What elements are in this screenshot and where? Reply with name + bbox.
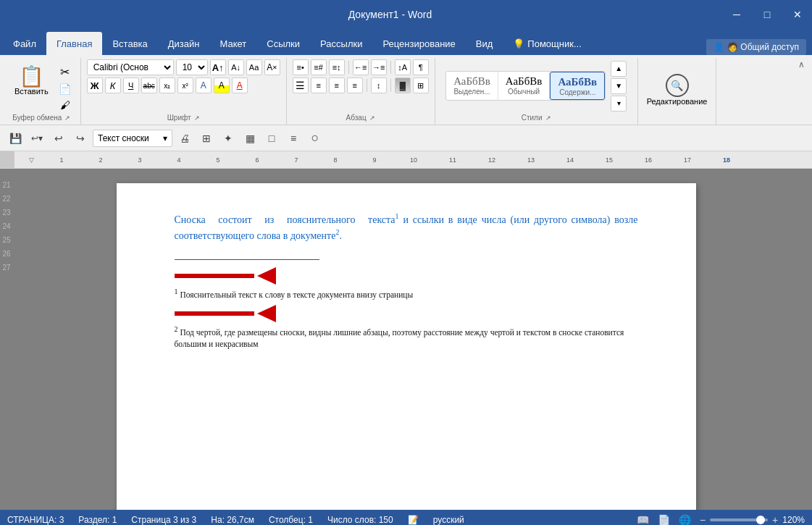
tab-assistant[interactable]: 💡 Помощник... (503, 32, 591, 55)
font-size-select[interactable]: 10 (176, 59, 208, 75)
sort-button[interactable]: ↕A (395, 59, 411, 75)
strikethrough-button[interactable]: abc (141, 77, 157, 93)
font-color-button[interactable]: А (232, 77, 248, 93)
ribbon-collapse-button[interactable]: ∧ (794, 58, 809, 125)
ribbon: 📋 Вставить ✂ 📄 🖌 Буфер обмена ↗ Calibri … (0, 55, 812, 125)
tab-view[interactable]: Вид (466, 32, 503, 55)
read-view-button[interactable]: 📖 (637, 514, 649, 525)
zoom-out-button[interactable]: − (700, 514, 706, 525)
highlight-button[interactable]: А (214, 77, 230, 93)
underline-button[interactable]: Ч (123, 77, 139, 93)
style-heading[interactable]: АаБбВв Содержи... (550, 72, 605, 100)
styles-scroll-down[interactable]: ▼ (611, 78, 627, 94)
tab-home[interactable]: Главная (46, 32, 102, 55)
search-icon: 🔍 (666, 74, 689, 97)
border-button[interactable]: ⊞ (413, 77, 429, 93)
document-area: 21 22 23 24 25 26 27 Сноска состоит из п… (0, 169, 812, 510)
style-selected[interactable]: АаБбВв Выделен... (446, 72, 498, 100)
web-view-button[interactable]: 🌐 (679, 514, 691, 525)
insert-chart-button[interactable]: ✦ (219, 129, 238, 148)
subscript-button[interactable]: x₂ (159, 77, 175, 93)
ruler-16: 16 (629, 156, 668, 164)
numbered-list-button[interactable]: ≡# (311, 59, 327, 75)
circle-button[interactable]: ○ (306, 129, 325, 148)
para-row1: ≡• ≡# ≡↕ ←≡ →≡ ↕A ¶ (293, 59, 429, 75)
align-center-button[interactable]: ≡ (311, 77, 327, 93)
borders-qa-button[interactable]: □ (262, 129, 281, 148)
format-painter-button[interactable]: 🖌 (56, 98, 75, 112)
cut-button[interactable]: ✂ (56, 64, 75, 80)
undo-button[interactable]: ↩ (49, 129, 68, 148)
multilevel-list-button[interactable]: ≡↕ (329, 59, 345, 75)
italic-button[interactable]: К (105, 77, 121, 93)
arrow-left-1 (175, 269, 276, 283)
show-marks-button[interactable]: ¶ (413, 59, 429, 75)
justify-button[interactable]: ≡ (347, 77, 363, 93)
dropdown-chevron: ▾ (163, 133, 167, 143)
tab-review[interactable]: Рецензирование (372, 32, 465, 55)
clipboard-label: Буфер обмена ↗ (9, 112, 75, 123)
ribbon-tabs: Файл Главная Вставка Дизайн Макет Ссылки… (0, 29, 812, 55)
styles-scroll-up[interactable]: ▲ (611, 61, 627, 77)
tab-mailings[interactable]: Рассылки (310, 32, 372, 55)
document-page[interactable]: Сноска состоит из пояснительного текста1… (117, 183, 696, 510)
print-view-button[interactable]: 📄 (658, 514, 670, 525)
styles-expand[interactable]: ▾ (611, 96, 627, 112)
style-normal[interactable]: АаБбВв Обычный (498, 72, 551, 100)
align-left-button[interactable]: ☰ (293, 77, 309, 93)
increase-indent-button[interactable]: →≡ (371, 59, 387, 75)
restore-button[interactable]: □ (753, 0, 782, 29)
change-case-button[interactable]: Аа (246, 59, 262, 75)
search-button[interactable]: 🔍 Редактирование (644, 71, 711, 109)
para-row2: ☰ ≡ ≡ ≡ ↕ ▓ ⊞ (293, 77, 429, 93)
font-name-select[interactable]: Calibri (Основ (87, 59, 174, 75)
tab-layout[interactable]: Макет (209, 32, 256, 55)
bullet-list-button[interactable]: ≡• (293, 59, 309, 75)
zoom-thumb[interactable] (756, 516, 765, 524)
bullets-qa-button[interactable]: ≡ (284, 129, 303, 148)
style-preview-heading: АаБбВв (558, 75, 597, 88)
tab-file[interactable]: Файл (3, 32, 46, 55)
text-effect-button[interactable]: A (196, 77, 212, 93)
align-right-button[interactable]: ≡ (329, 77, 345, 93)
tab-references[interactable]: Ссылки (256, 32, 310, 55)
undo-dropdown-button[interactable]: ↩▾ (28, 129, 46, 148)
font-shrink-button[interactable]: A↓ (228, 59, 244, 75)
spell-check-icon[interactable]: 📝 (408, 515, 419, 525)
editing-label-bottom (644, 120, 711, 123)
table-button[interactable]: ⊞ (197, 129, 216, 148)
decrease-indent-button[interactable]: ←≡ (353, 59, 369, 75)
clear-format-button[interactable]: A✕ (264, 59, 280, 75)
ribbon-tab-right: 👤 🧑 Общий доступ (706, 39, 812, 55)
ruler-4: 4 (159, 156, 198, 164)
line-spacing-button[interactable]: ↕ (371, 77, 387, 93)
ruler-8: 8 (316, 156, 355, 164)
superscript-button[interactable]: x² (177, 77, 193, 93)
margin-num-27: 27 (2, 264, 10, 272)
bold-button[interactable]: Ж (87, 77, 103, 93)
tab-design[interactable]: Дизайн (158, 32, 210, 55)
expand-icon[interactable]: ↗ (64, 114, 70, 122)
tab-insert[interactable]: Вставка (102, 32, 157, 55)
share-button[interactable]: 👤 🧑 Общий доступ (706, 39, 806, 55)
style-dropdown[interactable]: Текст сноски ▾ (93, 130, 172, 147)
font-expand-icon[interactable]: ↗ (194, 114, 200, 122)
styles-expand-icon[interactable]: ↗ (545, 114, 551, 122)
font-grow-button[interactable]: A↑ (210, 59, 226, 75)
print-preview-button[interactable]: 🖨 (175, 129, 194, 148)
close-button[interactable]: ✕ (783, 0, 812, 29)
zoom-in-button[interactable]: + (772, 514, 778, 525)
shading-button[interactable]: ▓ (395, 77, 411, 93)
margin-num-26: 26 (2, 250, 10, 258)
para-expand-icon[interactable]: ↗ (369, 114, 375, 122)
columns-button[interactable]: ▦ (240, 129, 259, 148)
redo-button[interactable]: ↪ (71, 129, 90, 148)
ruler-17: 17 (668, 156, 707, 164)
copy-button[interactable]: 📄 (56, 82, 75, 96)
save-button[interactable]: 💾 (6, 129, 25, 148)
paste-button[interactable]: 📋 Вставить (9, 59, 54, 103)
lightbulb-icon: 💡 (513, 38, 524, 49)
page-content: Сноска состоит из пояснительного текста1… (175, 212, 638, 350)
minimize-button[interactable]: ─ (722, 0, 751, 29)
zoom-slider[interactable] (710, 518, 768, 521)
